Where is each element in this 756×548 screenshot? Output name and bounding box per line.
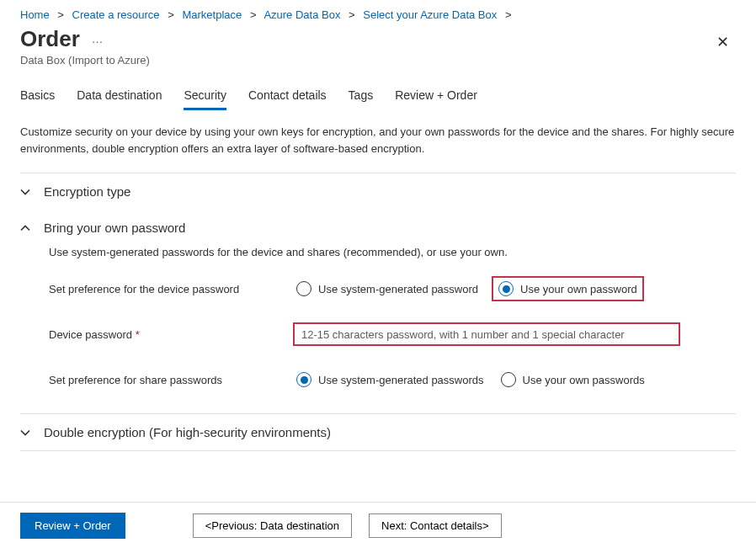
section-bring-your-own-password[interactable]: Bring your own password	[0, 210, 756, 246]
section-title-double-encryption: Double encryption (For high-security env…	[44, 425, 331, 439]
page-title: Order	[20, 26, 80, 52]
breadcrumb: Home > Create a resource > Marketplace >…	[0, 0, 756, 23]
section-title-encryption: Encryption type	[44, 184, 130, 199]
section-body-byop: Use system-generated passwords for the d…	[0, 246, 756, 405]
chevron-down-icon	[20, 428, 44, 438]
radio-share-own[interactable]: Use your own passwords	[498, 370, 648, 389]
section-title-byop: Bring your own password	[44, 221, 185, 235]
breadcrumb-create-resource[interactable]: Create a resource	[72, 8, 160, 21]
tab-review-order[interactable]: Review + Order	[395, 82, 477, 110]
section-encryption-type[interactable]: Encryption type	[0, 173, 756, 210]
tab-description: Customize security on your device by usi…	[0, 110, 756, 173]
section-double-encryption[interactable]: Double encryption (For high-security env…	[0, 414, 756, 450]
breadcrumb-select-databox[interactable]: Select your Azure Data Box	[363, 8, 497, 21]
radio-icon	[498, 281, 514, 296]
device-password-input[interactable]	[293, 322, 680, 346]
device-pref-label: Set preference for the device password	[49, 283, 293, 295]
radio-icon	[296, 281, 311, 296]
breadcrumb-home[interactable]: Home	[20, 8, 50, 21]
radio-label: Use system-generated passwords	[318, 374, 484, 386]
chevron-up-icon	[20, 223, 44, 233]
previous-button[interactable]: <Previous: Data destination	[193, 513, 352, 538]
more-icon[interactable]: …	[91, 32, 104, 45]
review-order-button[interactable]: Review + Order	[20, 513, 125, 539]
tab-bar: Basics Data destination Security Contact…	[0, 82, 756, 110]
radio-icon	[501, 372, 516, 387]
radio-device-own[interactable]: Use your own password	[492, 276, 644, 301]
byop-intro-text: Use system-generated passwords for the d…	[49, 246, 736, 272]
page-subtitle: Data Box (Import to Azure)	[0, 52, 756, 82]
breadcrumb-marketplace[interactable]: Marketplace	[182, 8, 242, 21]
tab-contact-details[interactable]: Contact details	[248, 82, 327, 110]
device-password-label: Device password *	[49, 328, 293, 341]
next-button[interactable]: Next: Contact details>	[369, 513, 502, 538]
footer-actions: Review + Order <Previous: Data destinati…	[0, 502, 756, 548]
radio-label: Use your own password	[520, 283, 637, 295]
radio-device-system[interactable]: Use system-generated password	[293, 279, 482, 298]
radio-label: Use system-generated password	[318, 283, 478, 295]
tab-tags[interactable]: Tags	[349, 82, 374, 110]
share-pref-label: Set preference for share passwords	[49, 374, 293, 386]
radio-label: Use your own passwords	[523, 374, 645, 386]
close-icon[interactable]: ✕	[716, 26, 736, 51]
tab-security[interactable]: Security	[184, 82, 226, 110]
radio-share-system[interactable]: Use system-generated passwords	[293, 370, 487, 389]
tab-basics[interactable]: Basics	[20, 82, 55, 110]
chevron-down-icon	[20, 187, 44, 197]
tab-data-destination[interactable]: Data destination	[77, 82, 162, 110]
radio-icon	[296, 372, 311, 387]
breadcrumb-azure-data-box[interactable]: Azure Data Box	[264, 8, 340, 21]
